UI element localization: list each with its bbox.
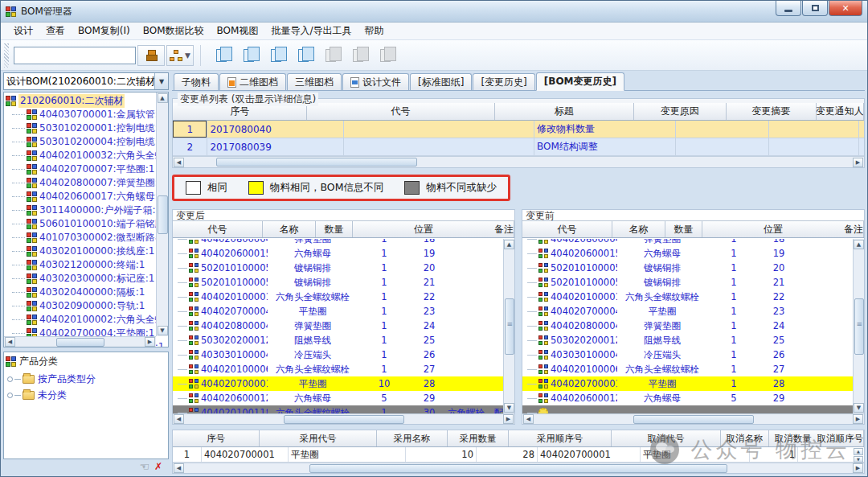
menu-item[interactable]: 设计	[7, 23, 39, 39]
scrollbar-thumb[interactable]	[633, 415, 754, 424]
locate-button[interactable]	[137, 45, 165, 66]
tree-node[interactable]: 404020700007:平垫圈:1	[6, 162, 168, 176]
maximize-button[interactable]	[802, 1, 828, 16]
tab[interactable]: [标准图纸]	[410, 73, 472, 90]
scroll-down-icon[interactable]: ▼	[158, 326, 168, 335]
bom-row[interactable]: 404020700004 平垫圈 1 23	[173, 304, 503, 319]
tree-node[interactable]: 403020400000:隔板:1	[6, 286, 168, 299]
menu-item[interactable]: BOM视图	[211, 23, 265, 39]
scroll-left-icon[interactable]: ◀	[174, 463, 184, 473]
tab[interactable]: [BOM变更历史]	[536, 72, 624, 91]
vertical-scrollbar[interactable]: ▲ ▼	[503, 239, 514, 413]
scroll-right-icon[interactable]: ▶	[853, 158, 863, 167]
column-header[interactable]: 代号	[307, 103, 494, 120]
bom-row[interactable]: 404020700001 平垫圈 1 28	[522, 376, 853, 391]
tree-node[interactable]: 403020100000:接线座:1	[6, 245, 168, 258]
hand-stamp-icon[interactable]: ☜	[139, 461, 149, 472]
bom-row[interactable]: 404020600012 六角螺母 5 29	[522, 391, 853, 405]
paste-structure-button[interactable]	[291, 44, 315, 67]
bom-row[interactable]: 404020100006 六角头全螺纹螺栓 1 27	[173, 362, 503, 376]
scroll-down-icon[interactable]: ▼	[504, 403, 514, 413]
column-header[interactable]: 名称	[263, 221, 316, 237]
scroll-up-icon[interactable]: ▲	[854, 240, 864, 249]
bom-row[interactable]: 502010100005 镀锡铜排 1 21	[522, 275, 853, 290]
change-order-row[interactable]: 2 2017080039 BOM结构调整	[173, 138, 864, 156]
bom-row[interactable]: 403030100004 冷压端头 1 26	[173, 347, 503, 362]
column-header[interactable]: 变更原因	[634, 103, 727, 120]
scrollbar-thumb[interactable]	[309, 464, 727, 473]
horizontal-scrollbar[interactable]: ◀ ▶	[522, 413, 864, 424]
close-x-icon[interactable]: ✗	[154, 461, 162, 472]
bom-row[interactable]: 404020800004 弹簧垫圈 1 18	[522, 239, 853, 246]
bom-row[interactable]: 404020100001 六角头全螺纹螺栓 1 22	[522, 290, 853, 304]
column-header[interactable]: 变更通知人	[817, 103, 864, 120]
column-header[interactable]: 位置	[702, 221, 844, 237]
tree-node[interactable]: 3011400000:户外端子箱:1	[6, 204, 168, 217]
bom-row[interactable]: 503020200012 阻燃导线 1 25	[522, 333, 853, 347]
tree-node[interactable]: 506010100010:端子箱铭牌:1	[6, 217, 168, 231]
menu-item[interactable]: 批量导入/导出工具	[264, 23, 358, 39]
tab[interactable]: 二维图档	[219, 73, 286, 90]
scroll-left-icon[interactable]: ◀	[174, 158, 184, 167]
scroll-left-icon[interactable]: ◀	[5, 337, 15, 347]
combo-dropdown-button[interactable]: ▼	[154, 73, 168, 89]
horizontal-scrollbar[interactable]: ◀ ▶	[173, 413, 514, 424]
bom-row[interactable]: 404020800004 弹簧垫圈 1 24	[522, 319, 853, 333]
column-header[interactable]: 采用代号	[260, 430, 377, 446]
bom-row[interactable]: 404020100001 六角头全螺纹螺栓 1 22	[173, 290, 503, 304]
tree-expand-icon[interactable]	[7, 393, 13, 398]
tree-node[interactable]: 404020100002:六角头全螺纹螺栓:1	[6, 313, 168, 327]
tree-node[interactable]: 404020800007:弹簧垫圈:1	[6, 176, 168, 190]
tree-node[interactable]: 503010200001:控制电缆:1	[6, 121, 168, 135]
menu-item[interactable]: 帮助	[358, 23, 390, 39]
bom-row[interactable]	[522, 405, 853, 413]
column-header[interactable]: 代号	[173, 221, 263, 237]
bom-row[interactable]: 502010100005 镀锡铜排 1 21	[173, 275, 503, 290]
scroll-left-icon[interactable]: ◀	[174, 414, 184, 424]
tree-vertical-scrollbar[interactable]: ▲ ▼	[156, 93, 168, 336]
scroll-left-icon[interactable]: ◀	[523, 414, 534, 424]
scroll-right-icon[interactable]: ▶	[853, 463, 863, 473]
scroll-right-icon[interactable]: ▶	[145, 337, 155, 347]
column-header[interactable]: 数量	[316, 221, 353, 237]
tree-root-node[interactable]: 2102060010:二次辅材	[6, 94, 168, 108]
tree-node[interactable]: 403021200000:终端:1	[6, 258, 168, 272]
column-header[interactable]: 采用数量	[448, 430, 509, 446]
scroll-right-icon[interactable]: ▶	[853, 414, 863, 424]
tree-node[interactable]: 503010200004:控制电缆:1	[6, 135, 168, 149]
scroll-up-icon[interactable]: ▲	[504, 240, 514, 249]
scrollbar-thumb[interactable]	[284, 415, 404, 424]
scrollbar-thumb[interactable]	[854, 298, 864, 355]
menu-item[interactable]: BOM数据比较	[137, 23, 211, 39]
tree-node[interactable]: 403020300000:标记座:1	[6, 272, 168, 286]
tree-expand-icon[interactable]	[7, 376, 13, 382]
bom-row[interactable]: 404020700001 平垫圈 10 28	[173, 376, 503, 391]
column-header[interactable]: 名称	[612, 221, 665, 237]
row-spinner[interactable]: ▲▼	[854, 448, 863, 463]
change-order-row[interactable]: 1 2017080040 修改物料数量	[173, 121, 864, 138]
category-node[interactable]: 按产品类型分	[4, 371, 168, 387]
scrollbar-thumb[interactable]	[158, 195, 168, 234]
bom-selector-combobox[interactable]: 设计BOM(2102060010:二次辅材) ▼	[3, 72, 169, 90]
category-node[interactable]: 未分类	[4, 387, 168, 403]
bom-row[interactable]: 503020200012 阻燃导线 1 25	[173, 333, 503, 347]
bom-structure-button[interactable]: ▼	[166, 45, 194, 66]
tree-horizontal-scrollbar[interactable]: ◀ ▶	[4, 336, 156, 347]
bom-row[interactable]: 404020100006 六角头全螺纹螺栓 1 27	[522, 362, 853, 376]
minimize-button[interactable]	[776, 1, 801, 16]
bom-row[interactable]: 404020800004 弹簧垫圈 1 18	[173, 239, 503, 246]
tree-node[interactable]: 404020600017:六角螺母:1	[6, 190, 168, 204]
column-header[interactable]: 取消名称	[721, 430, 769, 446]
bottom-horizontal-scrollbar[interactable]: ◀ ▶	[173, 463, 864, 473]
scroll-down-icon[interactable]: ▼	[854, 403, 864, 413]
column-header[interactable]: 备注	[844, 221, 864, 237]
vertical-scrollbar[interactable]: ▲ ▼	[853, 239, 864, 413]
bom-row[interactable]: 404020600015 六角螺母 1 19	[522, 246, 853, 261]
menu-item[interactable]: 查看	[39, 23, 72, 39]
tree-node[interactable]: 403020900000:导轨:1	[6, 299, 168, 313]
toolbar-grip[interactable]	[4, 43, 9, 68]
column-header[interactable]: 数量	[665, 221, 702, 237]
column-header[interactable]: 备注	[494, 221, 514, 237]
search-input[interactable]	[14, 47, 136, 64]
column-header[interactable]: 标题	[495, 103, 634, 120]
